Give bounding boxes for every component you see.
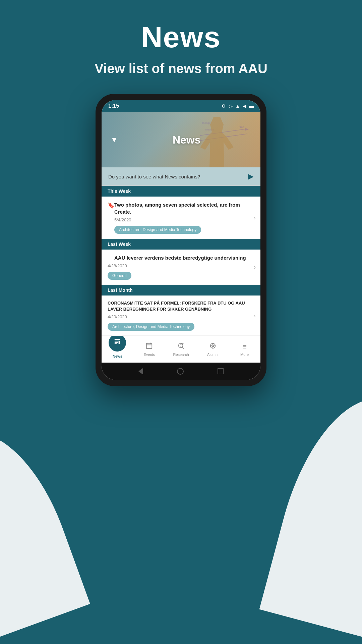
news-date-3: 4/20/2020 — [108, 314, 254, 319]
svg-rect-10 — [119, 341, 120, 344]
bg-decoration-right — [259, 382, 362, 644]
promo-text: Do you want to see what News contains? — [108, 174, 245, 179]
bottom-nav: News Events — [102, 336, 260, 363]
page-title: News — [0, 20, 362, 54]
page-subtitle: View list of news from AAU — [0, 61, 362, 76]
phone-mockup: 1:15 ⚙ ◎ ▲ ◀ ▬ time change chan — [96, 94, 266, 386]
news-tag-2: General — [108, 272, 131, 280]
svg-rect-11 — [146, 343, 152, 349]
status-bar: 1:15 ⚙ ◎ ▲ ◀ ▬ — [102, 100, 260, 112]
wifi-icon: ▲ — [235, 103, 240, 109]
page-header: News View list of news from AAU — [0, 20, 362, 76]
news-title-3: CORONASMITTE SAT PÅ FORMEL: FORSKERE FRA… — [108, 300, 254, 312]
home-indicator — [102, 363, 260, 380]
svg-line-16 — [182, 347, 184, 349]
chevron-icon-2: › — [254, 264, 256, 271]
back-button[interactable] — [138, 368, 143, 375]
battery-icon: ▬ — [249, 103, 254, 109]
svg-rect-17 — [180, 345, 182, 345]
section-last-month: Last Month — [102, 285, 260, 296]
news-tag-3: Architecture, Design and Media Technolog… — [108, 323, 194, 331]
svg-point-20 — [212, 345, 214, 347]
svg-text:time: time — [239, 125, 244, 129]
app-hero-header: time change change ▼ News — [102, 112, 260, 167]
svg-marker-5 — [245, 128, 249, 131]
nav-alumni-icon — [209, 342, 217, 351]
nav-item-alumni[interactable]: Alumni — [197, 339, 229, 359]
status-time: 1:15 — [108, 103, 119, 109]
nav-news-label: News — [113, 354, 122, 358]
news-item-1[interactable]: 🔖 Two photos, among seven special select… — [102, 197, 260, 239]
section-label-2: Last Week — [108, 241, 131, 247]
settings-icon: ⚙ — [222, 103, 226, 109]
nav-news-icon-circle — [109, 334, 126, 352]
section-label: This Week — [108, 189, 131, 194]
nav-events-icon — [145, 342, 153, 351]
news-item-2[interactable]: AAU leverer verdens bedste bæredygtige u… — [102, 250, 260, 285]
status-icons: ⚙ ◎ ▲ ◀ ▬ — [222, 103, 254, 109]
news-title-2: AAU leverer verdens bedste bæredygtige u… — [108, 254, 254, 261]
nav-item-events[interactable]: Events — [133, 339, 165, 359]
news-item-3[interactable]: CORONASMITTE SAT PÅ FORMEL: FORSKERE FRA… — [102, 296, 260, 336]
bookmark-icon-1: 🔖 — [108, 202, 114, 209]
news-title-1: 🔖 Two photos, among seven special select… — [108, 201, 254, 215]
nav-item-more[interactable]: ≡ More — [229, 340, 260, 359]
section-this-week: This Week — [102, 186, 260, 197]
phone-body: 1:15 ⚙ ◎ ▲ ◀ ▬ time change chan — [96, 94, 266, 386]
bg-decoration-left — [0, 415, 90, 644]
nav-research-icon — [177, 342, 185, 351]
svg-rect-8 — [115, 342, 118, 343]
nav-research-label: Research — [173, 353, 189, 357]
news-date-2: 4/28/2020 — [108, 263, 254, 268]
signal-icon: ◀ — [243, 103, 246, 109]
chevron-icon-3: › — [254, 312, 256, 319]
nav-news-icon — [114, 338, 121, 347]
circle-icon: ◎ — [229, 103, 233, 109]
nav-item-research[interactable]: Research — [165, 339, 197, 359]
svg-rect-18 — [180, 346, 181, 346]
section-last-week: Last Week — [102, 239, 260, 250]
app-header-title: News — [173, 133, 201, 146]
nav-more-icon: ≡ — [242, 342, 247, 351]
recent-apps-button[interactable] — [218, 368, 224, 374]
nav-alumni-label: Alumni — [207, 353, 219, 357]
nav-events-label: Events — [143, 353, 155, 357]
phone-screen: 1:15 ⚙ ◎ ▲ ◀ ▬ time change chan — [102, 100, 260, 380]
home-button[interactable] — [177, 368, 184, 375]
nav-more-label: More — [240, 353, 249, 357]
svg-text:change: change — [202, 121, 211, 124]
news-date-1: 5/4/2020 — [114, 217, 254, 222]
nav-item-news[interactable]: News — [102, 338, 133, 361]
svg-rect-6 — [115, 339, 120, 340]
svg-rect-7 — [115, 341, 118, 342]
news-tag-1: Architecture, Design and Media Technolog… — [114, 226, 201, 234]
promo-arrow-icon: ▶ — [248, 172, 254, 181]
chevron-icon-1: › — [254, 214, 256, 221]
filter-icon: ▼ — [111, 136, 118, 144]
promo-banner[interactable]: Do you want to see what News contains? ▶ — [102, 167, 260, 186]
svg-rect-9 — [115, 343, 117, 344]
filter-button[interactable]: ▼ — [108, 133, 121, 147]
section-label-3: Last Month — [108, 287, 133, 293]
svg-point-15 — [179, 343, 183, 348]
